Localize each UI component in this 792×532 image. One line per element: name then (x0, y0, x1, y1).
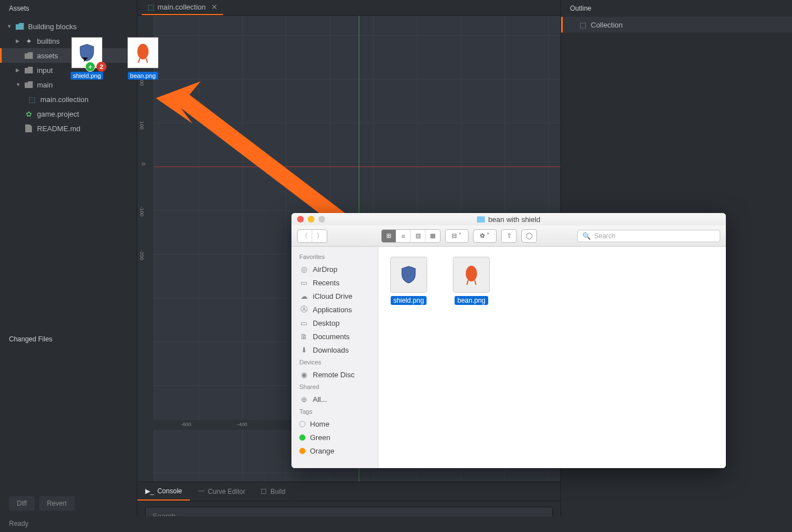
outline-label: Collection (591, 21, 623, 29)
disclosure-closed-icon: ▶ (16, 38, 21, 44)
sb-label: Downloads (313, 346, 349, 354)
status-text: Ready (9, 520, 29, 528)
drag-label: shield.png (71, 72, 103, 80)
sidebar-item-icloud[interactable]: ☁iCloud Drive (291, 289, 378, 303)
forward-button[interactable]: 〉 (312, 230, 327, 242)
icon-view-button[interactable]: ⊞ (382, 230, 396, 242)
revert-button[interactable]: Revert (39, 496, 75, 511)
disclosure-open-icon: ▼ (7, 24, 12, 29)
sidebar-item-remote-disc[interactable]: ◉Remote Disc (291, 368, 378, 381)
tree-label: input (37, 66, 53, 75)
svg-line-2 (146, 58, 147, 63)
tab-label: main.collection (158, 3, 206, 11)
finder-sidebar: Favorites ◎AirDrop ▭Recents ☁iCloud Driv… (291, 247, 378, 468)
finder-window[interactable]: bean with shield 〈 〉 ⊞ ≡ ▥ ▦ ⊟ ˅ ✿ ˅ ⇧ ◯… (291, 213, 726, 468)
sidebar-item-applications[interactable]: ⒶApplications (291, 303, 378, 316)
sidebar-tag-orange[interactable]: Orange (291, 444, 378, 457)
tree-label: README.md (37, 124, 80, 133)
shield-icon (400, 265, 417, 284)
close-icon[interactable]: ✕ (211, 3, 217, 11)
ruler-label: 0 (141, 163, 146, 165)
sidebar-item-documents[interactable]: 🗎Documents (291, 330, 378, 343)
tree-item-game-project[interactable]: ✿ game.project (0, 107, 137, 121)
bean-icon (464, 263, 479, 286)
list-view-button[interactable]: ≡ (396, 230, 411, 242)
tree-label: main (37, 81, 53, 89)
tab-console[interactable]: ▶_ Console (137, 482, 190, 501)
diff-button[interactable]: Diff (9, 496, 35, 511)
apps-icon: Ⓐ (299, 305, 308, 314)
tags-button-group: ◯ (521, 229, 537, 243)
back-button[interactable]: 〈 (298, 230, 312, 242)
sb-label: All... (313, 395, 327, 404)
sidebar-header-tags: Tags (291, 406, 378, 417)
search-placeholder: Search (594, 232, 615, 240)
sb-label: Applications (313, 306, 352, 314)
finder-search[interactable]: 🔍 Search (577, 230, 720, 242)
finder-title-label: bean with shield (488, 215, 540, 224)
gallery-view-button[interactable]: ▦ (425, 230, 440, 242)
drag-thumbnail-bean: bean.png (120, 37, 166, 80)
sidebar-header-devices: Devices (291, 357, 378, 368)
tree-label: assets (37, 52, 58, 60)
bean-icon (135, 41, 151, 64)
airdrop-icon: ◎ (299, 265, 308, 274)
outline-item-collection[interactable]: ⬚ Collection (561, 17, 792, 33)
disclosure-closed-icon: ▶ (16, 67, 21, 73)
file-item-bean[interactable]: bean.png (451, 257, 492, 305)
tab-main-collection[interactable]: ⬚ main.collection ✕ (142, 0, 223, 15)
svg-point-0 (137, 44, 149, 59)
tag-dot-icon (299, 448, 305, 454)
changed-files-header: Changed Files (0, 331, 137, 348)
editor-tab-bar: ⬚ main.collection ✕ (137, 0, 561, 16)
view-buttons: ⊞ ≡ ▥ ▦ (381, 229, 441, 243)
documents-icon: 🗎 (299, 332, 308, 341)
sidebar-item-airdrop[interactable]: ◎AirDrop (291, 262, 378, 276)
tag-dot-icon (299, 421, 305, 427)
tags-button[interactable]: ◯ (522, 230, 536, 242)
sidebar-item-all[interactable]: ⊕All... (291, 392, 378, 406)
tab-curve-editor[interactable]: 〰 Curve Editor (190, 482, 253, 501)
x-axis (137, 166, 561, 167)
svg-line-1 (138, 58, 140, 63)
file-label: bean.png (455, 296, 488, 305)
sidebar-item-desktop[interactable]: ▭Desktop (291, 316, 378, 330)
network-icon: ⊕ (299, 395, 308, 404)
folder-icon (24, 80, 34, 90)
svg-line-5 (467, 280, 468, 285)
tree-item-readme[interactable]: README.md (0, 121, 137, 136)
sidebar-tag-home[interactable]: Home (291, 417, 378, 431)
finder-content[interactable]: shield.png bean.png (378, 247, 726, 468)
finder-titlebar[interactable]: bean with shield (291, 213, 726, 225)
tab-build[interactable]: ☐ Build (253, 482, 293, 501)
sb-label: Documents (313, 332, 350, 341)
downloads-icon: ⬇ (299, 345, 308, 354)
build-icon: ☐ (261, 488, 267, 496)
tree-label: game.project (37, 110, 79, 118)
finder-toolbar: 〈 〉 ⊞ ≡ ▥ ▦ ⊟ ˅ ✿ ˅ ⇧ ◯ 🔍 Search (291, 225, 726, 247)
add-badge-icon: + (85, 62, 95, 72)
nav-buttons: 〈 〉 (297, 229, 327, 243)
sidebar-item-downloads[interactable]: ⬇Downloads (291, 343, 378, 357)
sb-label: Orange (310, 447, 334, 455)
drag-label: bean.png (128, 72, 158, 80)
gear-icon: ✿ (24, 109, 34, 119)
tab-label: Console (158, 487, 182, 495)
assets-header: Assets (0, 0, 137, 17)
tree-root-building-blocks[interactable]: ▼ Building blocks (0, 19, 137, 34)
action-button[interactable]: ✿ ˅ (474, 230, 496, 242)
sidebar-tag-green[interactable]: Green (291, 431, 378, 444)
file-item-shield[interactable]: shield.png (388, 257, 429, 305)
finder-title: bean with shield (291, 215, 726, 224)
left-panel: Assets ▼ Building blocks ▶ ✦ builtins as… (0, 0, 137, 532)
column-view-button[interactable]: ▥ (411, 230, 425, 242)
outline-header: Outline (561, 0, 792, 17)
sidebar-item-recents[interactable]: ▭Recents (291, 276, 378, 289)
arrange-button[interactable]: ⊟ ˅ (446, 230, 468, 242)
folder-icon (24, 65, 34, 75)
recents-icon: ▭ (299, 278, 308, 287)
changed-files-section: Changed Files Diff Revert (0, 331, 137, 532)
tree-item-main-collection[interactable]: ⬚ main.collection (0, 92, 137, 107)
share-button[interactable]: ⇧ (502, 230, 516, 242)
vertical-ruler: 200 100 0 -100 -200 (137, 16, 153, 482)
